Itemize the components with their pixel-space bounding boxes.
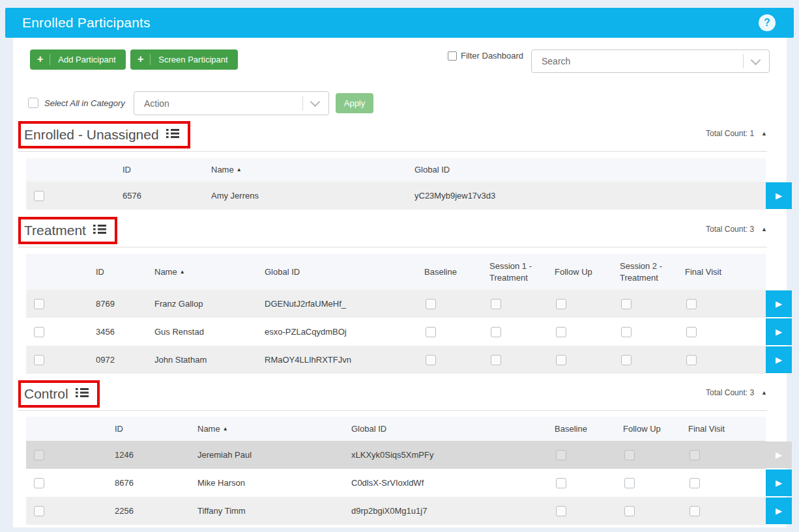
column-header: Final Visit	[684, 423, 740, 435]
help-icon[interactable]: ?	[759, 14, 776, 31]
row-select-checkbox[interactable]	[34, 506, 44, 516]
visit-checkbox[interactable]	[556, 478, 566, 488]
section-header: Enrolled - UnassignedTotal Count: 1▲	[18, 121, 767, 152]
row-select-checkbox[interactable]	[34, 327, 44, 337]
row-id-cell: 8676	[115, 478, 197, 488]
row-detail-button[interactable]: ▶	[766, 318, 792, 345]
visit-checkbox[interactable]	[624, 450, 635, 460]
table-row-body: 6576Amy JerrensyC23Myb9jew17v3d3	[26, 182, 766, 210]
column-header: Global ID	[414, 164, 740, 176]
page-title: Enrolled Participants	[22, 15, 151, 31]
visit-checkbox[interactable]	[690, 478, 700, 488]
apply-button[interactable]: Apply	[336, 93, 373, 113]
row-select-checkbox[interactable]	[34, 450, 44, 460]
visit-checkbox-cell	[486, 299, 551, 309]
action-input[interactable]	[143, 98, 302, 109]
row-arrow-icon: ▶	[776, 506, 782, 516]
filter-dashboard-checkbox[interactable]	[448, 51, 457, 61]
row-detail-button[interactable]: ▶	[766, 469, 792, 496]
visit-checkbox[interactable]	[621, 327, 632, 337]
filter-dashboard-label: Filter Dashboard	[461, 51, 523, 61]
screen-participant-button[interactable]: + Screen Participant	[130, 49, 238, 70]
titlebar: Enrolled Participants ?	[5, 8, 794, 38]
visit-checkbox-cell	[619, 450, 684, 460]
row-select-checkbox[interactable]	[34, 355, 44, 365]
chevron-down-icon[interactable]	[310, 97, 321, 107]
list-icon[interactable]	[93, 224, 106, 237]
row-select-cell	[26, 191, 123, 201]
combobox-divider	[743, 54, 744, 68]
sort-asc-icon[interactable]: ▲	[237, 167, 242, 173]
row-globalid-cell: RMaOY4LLIhRXTFJvn	[265, 355, 420, 365]
visit-checkbox-cell	[681, 299, 740, 309]
collapse-icon[interactable]: ▲	[761, 131, 767, 137]
visit-checkbox[interactable]	[686, 355, 697, 365]
collapse-icon[interactable]: ▲	[761, 390, 767, 396]
combobox-divider	[302, 96, 303, 111]
visit-checkbox[interactable]	[621, 355, 632, 365]
row-select-checkbox[interactable]	[34, 191, 44, 201]
visit-checkbox[interactable]	[556, 450, 566, 460]
visit-checkbox-cell	[619, 506, 684, 516]
list-icon[interactable]	[166, 128, 179, 141]
visit-checkbox[interactable]	[624, 478, 635, 488]
select-all-checkbox[interactable]	[28, 98, 38, 108]
add-participant-button[interactable]: + Add Participant	[30, 49, 126, 70]
visit-checkbox-cell	[684, 450, 740, 460]
row-globalid-cell: C0dlsX-SrVIoxldWf	[351, 478, 551, 488]
table-row: 0972John StathamRMaOY4LLIhRXTFJvn▶	[26, 346, 792, 374]
row-name-cell: Mike Harson	[197, 478, 351, 488]
table-row-body: 2256Tiffany Timmd9rp2bgiX0Mg1u1j7	[26, 497, 766, 525]
row-name-cell: John Statham	[154, 355, 265, 365]
column-header: Name▲	[154, 266, 265, 278]
visit-checkbox[interactable]	[426, 355, 436, 365]
visit-checkbox[interactable]	[621, 299, 632, 309]
table-row: 8676Mike HarsonC0dlsX-SrVIoxldWf▶	[26, 469, 792, 497]
visit-checkbox[interactable]	[686, 299, 697, 309]
visit-checkbox[interactable]	[491, 299, 501, 309]
sort-asc-icon[interactable]: ▲	[180, 269, 185, 275]
visit-checkbox-cell	[551, 478, 619, 488]
visit-checkbox-cell	[681, 355, 740, 365]
column-header: Global ID	[265, 266, 420, 278]
table-row-body: 3456Gus Renstadesxo-PZLaCqydmBOj	[26, 318, 766, 346]
row-detail-button[interactable]: ▶	[766, 346, 792, 373]
participants-table: IDName▲Global IDBaselineFollow UpFinal V…	[26, 417, 792, 525]
table-row-body: 0972John StathamRMaOY4LLIhRXTFJvn	[26, 346, 766, 374]
row-detail-button[interactable]: ▶	[766, 497, 792, 524]
row-select-cell	[26, 299, 96, 309]
total-count-wrap: Total Count: 3▲	[706, 225, 767, 234]
visit-checkbox[interactable]	[426, 299, 436, 309]
visit-checkbox[interactable]	[491, 355, 501, 365]
table-row-body: 8676Mike HarsonC0dlsX-SrVIoxldWf	[26, 469, 766, 497]
visit-checkbox[interactable]	[556, 327, 566, 337]
visit-checkbox[interactable]	[556, 506, 566, 516]
table-row: 3456Gus Renstadesxo-PZLaCqydmBOj▶	[26, 318, 792, 346]
row-detail-button[interactable]: ▶	[766, 441, 792, 468]
row-detail-button[interactable]: ▶	[766, 290, 792, 317]
visit-checkbox[interactable]	[686, 327, 697, 337]
search-input[interactable]	[540, 55, 743, 67]
row-select-checkbox[interactable]	[34, 478, 44, 488]
table-row-body: 1246Jeremiah PaulxLKXyk0Siqs5XmPFy	[26, 441, 766, 469]
visit-checkbox[interactable]	[624, 506, 635, 516]
visit-checkbox[interactable]	[556, 355, 566, 365]
list-icon[interactable]	[76, 387, 89, 400]
table-row: 1246Jeremiah PaulxLKXyk0Siqs5XmPFy▶	[26, 441, 792, 469]
table-row: 6576Amy JerrensyC23Myb9jew17v3d3▶	[26, 182, 792, 210]
row-select-checkbox[interactable]	[34, 299, 44, 309]
participants-table: IDName▲Global IDBaselineSession 1 - Trea…	[26, 254, 792, 374]
visit-checkbox[interactable]	[491, 327, 501, 337]
collapse-icon[interactable]: ▲	[761, 227, 767, 232]
chevron-down-icon[interactable]	[751, 55, 761, 65]
sort-asc-icon[interactable]: ▲	[223, 426, 228, 432]
column-header: ID	[96, 266, 154, 278]
visit-checkbox-cell	[551, 506, 619, 516]
visit-checkbox-cell	[420, 355, 486, 365]
visit-checkbox[interactable]	[690, 450, 700, 460]
visit-checkbox[interactable]	[556, 299, 566, 309]
visit-checkbox[interactable]	[426, 327, 436, 337]
search-combobox	[531, 49, 770, 73]
visit-checkbox[interactable]	[690, 506, 700, 516]
row-detail-button[interactable]: ▶	[766, 182, 792, 209]
